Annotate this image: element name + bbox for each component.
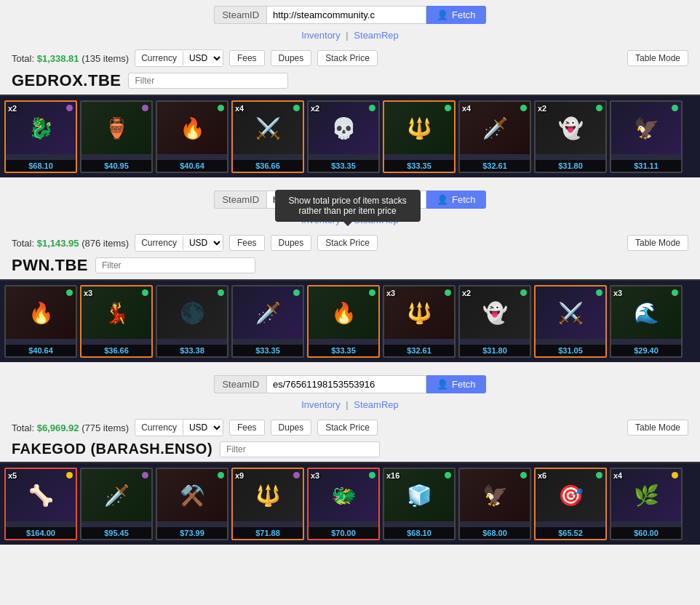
item-card[interactable]: ⚒️$73.99 [156, 468, 228, 540]
fees-button-2[interactable]: Fees [229, 235, 265, 251]
currency-select-1[interactable]: USDEURGBP [183, 50, 223, 66]
item-card[interactable]: 💃$36.66x3 [80, 285, 153, 358]
filter-input-2[interactable] [95, 257, 255, 273]
items-grid-3: 🦴$164.00x5🗡️$95.45⚒️$73.99🔱$71.88x9🐲$70.… [0, 462, 700, 545]
items-grid-1: 🐉$68.10x2🏺$40.95🔥$40.64⚔️$36.66x4💀$33.35… [0, 95, 700, 177]
inventory-link-1[interactable]: Inventory [301, 30, 340, 41]
person-icon-3: 👤 [437, 379, 448, 390]
item-image: 🦅 [460, 469, 530, 521]
item-card[interactable]: 🦅$68.00 [458, 468, 531, 540]
username-2: PWN.TBE [12, 256, 88, 275]
item-card[interactable]: 💀$33.35x2 [307, 100, 380, 173]
table-mode-button-1[interactable]: Table Mode [627, 50, 688, 66]
fetch-button-1[interactable]: 👤 Fetch [426, 6, 486, 24]
item-card[interactable]: 🌿$60.00x4 [610, 468, 683, 540]
item-card[interactable]: 🏺$40.95 [80, 100, 153, 173]
item-card[interactable]: 🌊$29.40x3 [610, 285, 683, 358]
inventory-link-3[interactable]: Inventory [301, 399, 340, 410]
currency-select-3[interactable]: USDEUR [183, 420, 223, 436]
item-count: x4 [235, 104, 244, 113]
item-image: 🦅 [611, 102, 681, 154]
item-rarity-dot [520, 289, 527, 296]
section-header-1: Total: $1,338.81 (135 items) Currency US… [0, 47, 700, 70]
filter-input-1[interactable] [128, 73, 288, 89]
item-price: $29.40 [611, 345, 681, 356]
person-icon-2: 👤 [437, 194, 448, 205]
item-image: 🔥 [6, 287, 76, 339]
currency-selector-1[interactable]: Currency USDEURGBP [135, 49, 223, 67]
item-card[interactable]: 🔥$33.35 [307, 285, 380, 358]
item-card[interactable]: 🔱$32.61x3 [383, 285, 456, 358]
steamrep-link-2[interactable]: SteamRep [354, 215, 398, 225]
person-icon-1: 👤 [437, 9, 448, 20]
item-card[interactable]: 🐉$68.10x2 [4, 100, 77, 173]
filter-input-3[interactable] [220, 441, 380, 457]
item-count: x3 [613, 289, 622, 297]
inventory-link-2[interactable]: Inventory [301, 215, 340, 225]
item-count: x3 [386, 289, 395, 297]
item-card[interactable]: 👻$31.80x2 [458, 285, 531, 358]
item-card[interactable]: 🌑$33.38 [156, 285, 228, 358]
item-card[interactable]: 🔥$40.64 [156, 100, 228, 173]
dupes-button-3[interactable]: Dupes [271, 420, 312, 436]
item-rarity-dot [369, 105, 375, 111]
item-rarity-dot [293, 472, 300, 478]
dupes-button-2[interactable]: Dupes [271, 235, 312, 251]
item-card[interactable]: 👻$31.80x2 [534, 100, 607, 173]
item-rarity-dot [66, 289, 73, 296]
item-price: $71.88 [233, 527, 303, 539]
steamrep-link-3[interactable]: SteamRep [354, 399, 398, 410]
item-card[interactable]: 🧊$68.10x16 [383, 468, 456, 540]
item-card[interactable]: ⚔️$31.05 [534, 285, 607, 358]
item-card[interactable]: 🎯$65.52x6 [534, 468, 607, 540]
fetch-bar-1: SteamID 👤 Fetch [0, 0, 700, 27]
steamrep-link-1[interactable]: SteamRep [354, 30, 398, 41]
item-card[interactable]: 🔱$33.35 [383, 100, 456, 173]
fetch-button-2[interactable]: 👤 Fetch [426, 191, 486, 209]
steamid-input-3[interactable] [266, 375, 426, 393]
section-3: Total: $6,969.92 (775 items) Currency US… [0, 416, 700, 545]
item-rarity-dot [520, 472, 527, 478]
item-price: $33.35 [233, 345, 303, 356]
item-card[interactable]: 🗡️$95.45 [80, 468, 153, 540]
item-price: $33.35 [384, 160, 454, 172]
item-rarity-dot [672, 472, 678, 478]
fetch-button-3[interactable]: 👤 Fetch [426, 375, 486, 393]
currency-selector-2[interactable]: Currency USDEUR [135, 234, 223, 252]
fees-button-1[interactable]: Fees [229, 50, 265, 66]
item-card[interactable]: 🔱$71.88x9 [231, 468, 304, 540]
item-card[interactable]: 🗡️$32.61x4 [458, 100, 531, 173]
currency-label-2: Currency [135, 236, 183, 250]
fetch-bar-2: SteamID 👤 Fetch [0, 185, 700, 212]
item-card[interactable]: 🔥$40.64 [4, 285, 77, 358]
item-price: $31.80 [536, 160, 605, 172]
item-price: $73.99 [157, 527, 227, 539]
item-price: $70.00 [309, 527, 378, 539]
stack-price-button-1[interactable]: Stack Price [317, 50, 378, 66]
item-rarity-dot [369, 289, 375, 296]
steamid-input-1[interactable] [266, 6, 426, 24]
fetch-label-1: Fetch [452, 9, 476, 20]
currency-selector-3[interactable]: Currency USDEUR [135, 419, 223, 436]
item-card[interactable]: 🦴$164.00x5 [4, 468, 77, 540]
steamid-label-3: SteamID [214, 375, 266, 393]
table-mode-button-2[interactable]: Table Mode [627, 235, 688, 251]
table-mode-button-3[interactable]: Table Mode [627, 420, 688, 436]
stack-price-button-3[interactable]: Stack Price [317, 420, 378, 436]
item-card[interactable]: 🦅$31.11 [610, 100, 683, 173]
item-price: $36.66 [81, 345, 151, 356]
stack-price-button-2[interactable]: Stack Price [317, 235, 378, 251]
item-card[interactable]: 🐲$70.00x3 [307, 468, 380, 540]
item-price: $31.80 [460, 345, 530, 356]
fetch-label-3: Fetch [452, 379, 476, 390]
steamid-input-2[interactable] [266, 191, 426, 209]
fees-button-3[interactable]: Fees [229, 420, 265, 436]
item-rarity-dot [596, 289, 602, 296]
section-header-2: Total: $1,143.95 (876 items) Currency US… [0, 231, 700, 255]
currency-select-2[interactable]: USDEUR [183, 235, 223, 251]
username-3: FAKEGOD (BARASH.ENSO) [12, 441, 212, 457]
item-count: x6 [538, 471, 546, 480]
item-card[interactable]: ⚔️$36.66x4 [231, 100, 304, 173]
dupes-button-1[interactable]: Dupes [271, 50, 312, 66]
item-card[interactable]: 🗡️$33.35 [231, 285, 304, 358]
